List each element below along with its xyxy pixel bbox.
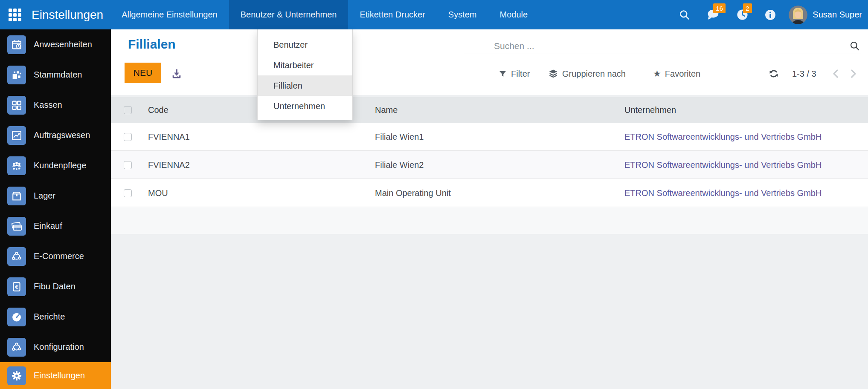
column-header-name[interactable]: Name (375, 97, 398, 123)
sidebar-item-kundenpflege[interactable]: Kundenpflege (0, 150, 111, 181)
topbar: Einstellungen Allgemeine Einstellungen B… (0, 0, 868, 29)
pager[interactable]: 1-3 / 3 (792, 67, 816, 80)
download-icon[interactable] (171, 68, 183, 80)
dropdown-item-benutzer[interactable]: Benutzer (258, 35, 352, 55)
credit-card-icon (7, 217, 26, 236)
table-header: Code Name Unternehmen (111, 97, 868, 123)
sidebar-item-einkauf[interactable]: Einkauf (0, 211, 111, 241)
customers-stars-icon (7, 156, 26, 175)
favorites-button[interactable]: ★ Favoriten (653, 67, 700, 80)
user-name: Susan Super (813, 10, 862, 20)
sidebar: Anwesenheiten Stammdaten Kassen Auftrags… (0, 29, 111, 389)
box-icon (7, 187, 26, 205)
cell-code: MOU (148, 179, 168, 207)
sidebar-item-label: Einkauf (34, 221, 62, 231)
empty-row (111, 207, 868, 234)
list-view: Code Name Unternehmen FVIENNA1 Filiale W… (111, 97, 868, 389)
cell-code: FVIENNA2 (148, 151, 190, 179)
blocks-icon (7, 66, 26, 84)
dropdown-item-fillialen[interactable]: Fillialen (258, 75, 352, 96)
sidebar-item-berichte[interactable]: Berichte (0, 302, 111, 332)
menu-item-system[interactable]: System (437, 0, 488, 29)
app-title: Einstellungen (32, 8, 103, 22)
search-icon[interactable] (679, 9, 690, 20)
ledger-euro-icon: € (7, 277, 26, 296)
grid-squares-icon (7, 96, 26, 115)
menu-item-benutzer-unternehmen[interactable]: Benutzer & Unternehmen (229, 0, 348, 29)
sidebar-item-einstellungen[interactable]: Einstellungen (0, 362, 111, 389)
filter-button[interactable]: Filter (498, 67, 530, 80)
line-chart-icon (7, 126, 26, 145)
funnel-icon (498, 69, 507, 78)
refresh-icon (768, 68, 779, 79)
activities-clock-icon[interactable]: 2 (736, 9, 749, 21)
sidebar-item-konfiguration[interactable]: Konfiguration (0, 332, 111, 362)
sidebar-item-lager[interactable]: Lager (0, 181, 111, 211)
sidebar-item-label: Kundenpflege (34, 161, 86, 170)
cell-code: FVIENNA1 (148, 123, 190, 151)
control-panel: Fillialen NEU Filter Gruppieren nach ★ F… (111, 29, 868, 95)
avatar (789, 6, 807, 24)
sidebar-item-stammdaten[interactable]: Stammdaten (0, 60, 111, 90)
search-box (464, 38, 861, 54)
sidebar-item-label: Kassen (34, 100, 62, 110)
sidebar-item-label: Konfiguration (34, 342, 84, 352)
gauge-icon (7, 308, 26, 326)
row-checkbox[interactable] (124, 189, 132, 197)
cell-company-link[interactable]: ETRON Softwareentwicklungs- und Vertrieb… (624, 123, 862, 151)
layers-icon (548, 69, 558, 79)
menu-item-etiketten-drucker[interactable]: Etiketten Drucker (348, 0, 436, 29)
page-title: Fillialen (128, 37, 176, 52)
main-content: Fillialen NEU Filter Gruppieren nach ★ F… (111, 29, 868, 389)
topbar-right: 16 2 Susan Super (662, 0, 868, 29)
chevron-right-icon[interactable] (848, 69, 858, 79)
dropdown-item-mitarbeiter[interactable]: Mitarbeiter (258, 55, 352, 75)
column-header-unternehmen[interactable]: Unternehmen (624, 97, 862, 123)
column-header-code[interactable]: Code (148, 97, 168, 123)
table-row[interactable]: MOU Main Operating Unit ETRON Softwareen… (111, 179, 868, 207)
user-menu[interactable]: Susan Super (789, 6, 862, 24)
cell-company-link[interactable]: ETRON Softwareentwicklungs- und Vertrieb… (624, 151, 862, 179)
search-input[interactable] (464, 38, 861, 54)
messages-icon[interactable]: 16 (706, 9, 720, 21)
network-icon (7, 338, 26, 357)
cell-name: Main Operating Unit (375, 179, 451, 207)
refresh-button[interactable] (768, 67, 783, 80)
filter-label: Filter (511, 69, 530, 79)
sidebar-item-anwesenheiten[interactable]: Anwesenheiten (0, 29, 111, 60)
new-button[interactable]: NEU (125, 63, 161, 83)
benutzer-unternehmen-dropdown: Benutzer Mitarbeiter Fillialen Unternehm… (257, 29, 353, 120)
sidebar-item-label: Fibu Daten (34, 282, 75, 291)
cell-name: Filiale Wien1 (375, 123, 424, 151)
info-icon[interactable] (765, 9, 776, 20)
sidebar-item-label: Einstellungen (34, 371, 85, 380)
chevron-left-icon[interactable] (831, 69, 841, 79)
cell-company-link[interactable]: ETRON Softwareentwicklungs- und Vertrieb… (624, 179, 862, 207)
svg-text:€: € (15, 283, 18, 290)
sidebar-item-kassen[interactable]: Kassen (0, 90, 111, 120)
groupby-button[interactable]: Gruppieren nach (548, 67, 626, 80)
sidebar-item-label: Stammdaten (34, 70, 82, 80)
sidebar-item-e-commerce[interactable]: E-Commerce (0, 241, 111, 271)
messages-badge: 16 (713, 3, 726, 13)
sidebar-item-label: Berichte (34, 312, 65, 322)
calendar-clock-icon (7, 35, 26, 54)
apps-grid-icon[interactable] (9, 9, 21, 21)
topbar-menu: Allgemeine Einstellungen Benutzer & Unte… (110, 0, 539, 29)
star-icon: ★ (653, 69, 661, 79)
menu-item-module[interactable]: Module (488, 0, 539, 29)
sidebar-item-auftragswesen[interactable]: Auftragswesen (0, 120, 111, 150)
table-row[interactable]: FVIENNA1 Filiale Wien1 ETRON Softwareent… (111, 123, 868, 151)
menu-item-allgemeine-einstellungen[interactable]: Allgemeine Einstellungen (110, 0, 229, 29)
sidebar-item-fibu-daten[interactable]: € Fibu Daten (0, 271, 111, 302)
favorites-label: Favoriten (665, 69, 700, 79)
row-checkbox[interactable] (124, 161, 132, 169)
dropdown-item-unternehmen[interactable]: Unternehmen (258, 96, 352, 116)
table-row[interactable]: FVIENNA2 Filiale Wien2 ETRON Softwareent… (111, 151, 868, 179)
gear-icon (7, 366, 26, 385)
row-checkbox[interactable] (124, 133, 132, 141)
select-all-checkbox[interactable] (124, 106, 132, 114)
cell-name: Filiale Wien2 (375, 151, 424, 179)
sidebar-item-label: E-Commerce (34, 251, 84, 261)
sidebar-item-label: Lager (34, 191, 55, 201)
